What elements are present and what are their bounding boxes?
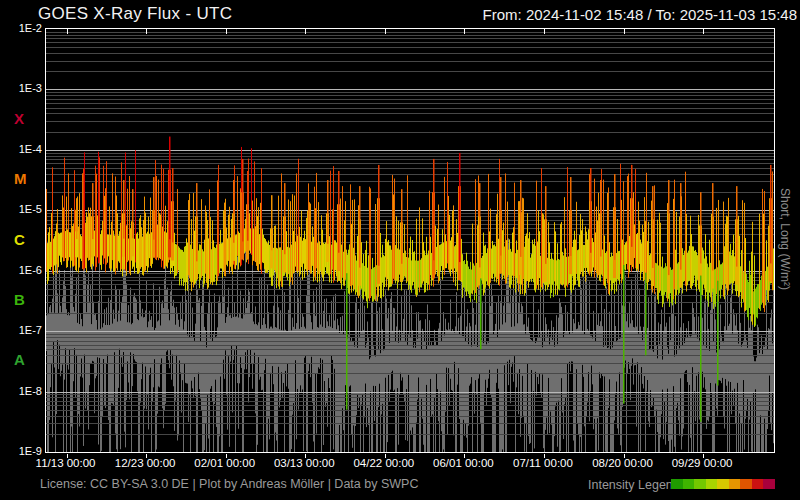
y-tick-label: 1E-2 — [0, 22, 42, 34]
flux-chart-canvas — [46, 29, 774, 452]
flare-class-label-m: M — [14, 171, 36, 187]
time-range-label: From: 2024-11-02 15:48 / To: 2025-11-03 … — [483, 6, 797, 23]
y-tick-label: 1E-5 — [0, 203, 42, 215]
legend-color-swatch — [752, 479, 764, 489]
legend-color-swatch — [706, 479, 718, 489]
y-axis-unit-label: Short, Long (W/m²) — [777, 28, 793, 451]
y-tick-label: 1E-7 — [0, 324, 42, 336]
x-tick-label: 08/20 00:00 — [581, 457, 665, 469]
x-tick-mark — [146, 454, 147, 458]
x-tick-label: 12/23 00:00 — [103, 457, 187, 469]
flare-class-label-b: B — [14, 292, 36, 308]
legend-color-swatch — [740, 479, 752, 489]
x-tick-mark — [703, 454, 704, 458]
legend-color-swatch — [717, 479, 729, 489]
flare-class-label-x: X — [14, 111, 36, 127]
y-tick-label: 1E-3 — [0, 82, 42, 94]
x-tick-label: 06/01 00:00 — [421, 457, 505, 469]
legend-color-swatch — [694, 479, 706, 489]
y-tick-label: 1E-9 — [0, 445, 42, 457]
y-tick-label: 1E-4 — [0, 143, 42, 155]
x-tick-label: 02/01 00:00 — [183, 457, 267, 469]
legend-color-swatch — [683, 479, 695, 489]
flare-class-label-c: C — [14, 232, 36, 248]
x-tick-mark — [624, 454, 625, 458]
page-title: GOES X-Ray Flux - UTC — [38, 4, 232, 24]
goes-xray-flux-app: GOES X-Ray Flux - UTC From: 2024-11-02 1… — [0, 0, 800, 500]
x-tick-label: 11/13 00:00 — [24, 457, 108, 469]
x-tick-mark — [544, 454, 545, 458]
x-tick-label: 03/13 00:00 — [262, 457, 346, 469]
x-tick-mark — [226, 454, 227, 458]
x-tick-label: 04/22 00:00 — [342, 457, 426, 469]
x-tick-mark — [67, 454, 68, 458]
license-text: License: CC BY-SA 3.0 DE | Plot by Andre… — [40, 477, 418, 491]
x-tick-label: 09/29 00:00 — [660, 457, 744, 469]
y-tick-label: 1E-6 — [0, 264, 42, 276]
legend-color-swatch — [729, 479, 741, 489]
x-tick-label: 07/11 00:00 — [501, 457, 585, 469]
x-tick-mark — [464, 454, 465, 458]
legend-color-swatch — [763, 479, 775, 489]
legend-color-swatch — [671, 479, 683, 489]
x-tick-mark — [385, 454, 386, 458]
plot-area — [45, 28, 775, 453]
flare-class-label-a: A — [14, 352, 36, 368]
y-tick-label: 1E-8 — [0, 385, 42, 397]
x-tick-mark — [305, 454, 306, 458]
intensity-legend-label: Intensity Legend — [588, 478, 680, 492]
intensity-legend-colorbar — [671, 479, 775, 489]
